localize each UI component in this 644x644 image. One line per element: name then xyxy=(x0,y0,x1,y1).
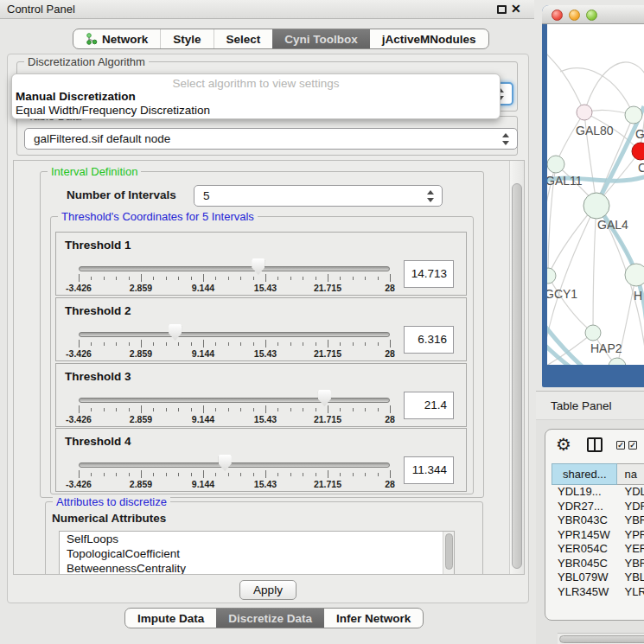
threshold-label: Threshold 4 xyxy=(65,435,131,448)
dropdown-option-manual-discretization[interactable]: Manual Discretization xyxy=(16,90,136,103)
slider-tick xyxy=(328,405,328,413)
tab-impute-data[interactable]: Impute Data xyxy=(125,609,216,628)
table-row[interactable]: YPR145WYPR1 xyxy=(552,528,644,543)
slider-tick xyxy=(253,277,254,280)
slider-tick xyxy=(116,408,117,411)
tab-jactivemnodules[interactable]: jActiveMNodules xyxy=(370,29,488,48)
slider-tick xyxy=(328,340,328,348)
list-scrollbar-thumb[interactable] xyxy=(445,533,453,570)
network-node[interactable] xyxy=(585,325,601,341)
tab-infer-network[interactable]: Infer Network xyxy=(324,609,423,628)
network-node[interactable] xyxy=(583,193,609,219)
network-canvas[interactable]: GAL80GCGAL11GAL4GCY1HHAP2 xyxy=(547,24,644,365)
slider-tick-label: 21.715 xyxy=(314,348,341,359)
numerical-attributes-list[interactable]: SelfLoops TopologicalCoefficient Between… xyxy=(59,531,455,575)
slider-tick-label: 15.43 xyxy=(254,479,277,489)
table-row[interactable]: YBL079WYBL0 xyxy=(552,571,644,585)
slider-thumb[interactable] xyxy=(169,324,182,341)
tab-discretize-data-label: Discretize Data xyxy=(228,612,312,625)
table-row[interactable]: YBR043CYBR0 xyxy=(552,513,644,528)
network-view-window[interactable]: GAL80GCGAL11GAL4GCY1HHAP2 xyxy=(542,5,644,387)
table-horizontal-scrollbar-thumb[interactable] xyxy=(559,635,644,643)
slider-tick xyxy=(316,277,316,280)
slider-thumb[interactable] xyxy=(219,455,232,471)
threshold-value-field[interactable]: 6.316 xyxy=(404,326,454,354)
slider-tick-label: 28 xyxy=(385,479,395,489)
slider-tick xyxy=(365,473,366,476)
attributes-group-title: Attributes to discretize xyxy=(53,495,170,508)
slider-tick xyxy=(153,408,154,411)
number-of-intervals-combobox[interactable]: 5 xyxy=(194,185,443,207)
table-header-shared-name[interactable]: shared... xyxy=(552,463,617,485)
network-node[interactable] xyxy=(625,106,642,124)
slider-tick xyxy=(303,342,303,346)
slider-tick xyxy=(378,277,379,280)
slider-tick xyxy=(290,408,291,411)
slider-tick xyxy=(277,408,278,411)
gear-icon[interactable]: ⚙ xyxy=(556,434,571,455)
threshold-value-field[interactable]: 14.713 xyxy=(404,260,454,288)
tab-network-label: Network xyxy=(102,33,148,46)
dropdown-option-equal-width-frequency[interactable]: Equal Width/Frequency Discretization xyxy=(16,104,210,117)
table-data-value: galFiltered.sif default node xyxy=(34,132,170,145)
table-data-combobox[interactable]: galFiltered.sif default node xyxy=(24,128,518,150)
table-cell: YBL079W xyxy=(552,571,617,585)
settings-scrollbar-thumb[interactable] xyxy=(512,183,522,569)
tab-select-label: Select xyxy=(226,33,261,46)
list-item[interactable]: SelfLoops xyxy=(60,532,454,546)
checkbox-icon[interactable]: ✓ xyxy=(616,441,625,450)
tab-cyni-toolbox[interactable]: Cyni Toolbox xyxy=(272,29,370,48)
split-columns-icon[interactable] xyxy=(587,437,603,452)
table-row[interactable]: YLR345WYLR3 xyxy=(552,585,644,600)
table-data-group: Table Data galFiltered.sif default node xyxy=(16,116,518,156)
checkbox-icon[interactable]: ✓ xyxy=(628,441,637,450)
apply-button[interactable]: Apply xyxy=(239,580,296,600)
slider-tick xyxy=(178,408,179,411)
network-window-titlebar[interactable] xyxy=(542,5,644,24)
table-row[interactable]: YDL19...YDL1 xyxy=(552,485,644,500)
close-icon[interactable]: ✕ xyxy=(511,2,521,16)
table-header-name[interactable]: na xyxy=(617,463,644,485)
slider-tick xyxy=(104,342,105,346)
slider-tick-label: 9.144 xyxy=(192,283,214,293)
threshold-slider-track[interactable] xyxy=(79,332,390,337)
list-item[interactable]: TopologicalCoefficient xyxy=(60,546,454,561)
network-node[interactable] xyxy=(625,264,644,286)
threshold-slider-track[interactable] xyxy=(79,462,390,468)
settings-scrollbar[interactable] xyxy=(509,161,524,574)
threshold-slider-track[interactable] xyxy=(79,266,390,271)
zoom-traffic-light-icon[interactable] xyxy=(586,10,597,21)
minimize-traffic-light-icon[interactable] xyxy=(569,10,580,21)
slider-tick xyxy=(91,342,92,346)
float-window-icon[interactable] xyxy=(497,5,507,14)
tab-select[interactable]: Select xyxy=(214,29,273,48)
close-traffic-light-icon[interactable] xyxy=(552,10,563,21)
slider-tick-label: -3.426 xyxy=(66,479,92,489)
slider-tick xyxy=(141,340,142,348)
tab-discretize-data[interactable]: Discretize Data xyxy=(216,609,324,628)
slider-tick-label: -3.426 xyxy=(66,348,92,359)
slider-tick xyxy=(166,277,167,280)
slider-tick xyxy=(129,342,130,346)
table-row[interactable]: YDR27...YDR2 xyxy=(552,500,644,514)
threshold-value-field[interactable]: 11.344 xyxy=(404,456,454,484)
network-node[interactable] xyxy=(577,105,592,120)
slider-tick xyxy=(129,408,130,411)
network-node[interactable] xyxy=(547,156,564,173)
network-node[interactable] xyxy=(547,268,556,284)
threshold-slider-track[interactable] xyxy=(79,398,390,403)
tab-style[interactable]: Style xyxy=(160,29,213,48)
tab-network[interactable]: Network xyxy=(73,29,160,48)
threshold-value-field[interactable]: 21.4 xyxy=(404,392,454,419)
slider-thumb[interactable] xyxy=(252,258,265,275)
list-item[interactable]: BetweennessCentrality xyxy=(60,561,454,575)
slider-tick xyxy=(153,342,154,346)
table-horizontal-scrollbar[interactable] xyxy=(558,633,644,644)
slider-thumb[interactable] xyxy=(318,390,331,406)
list-scrollbar[interactable] xyxy=(443,532,454,575)
number-of-intervals-value: 5 xyxy=(203,189,210,202)
table-row[interactable]: YER054CYER0 xyxy=(552,542,644,557)
table-row[interactable]: YBR045CYBR0 xyxy=(552,557,644,571)
network-edge-thick xyxy=(547,322,590,365)
slider-tick xyxy=(365,277,366,280)
